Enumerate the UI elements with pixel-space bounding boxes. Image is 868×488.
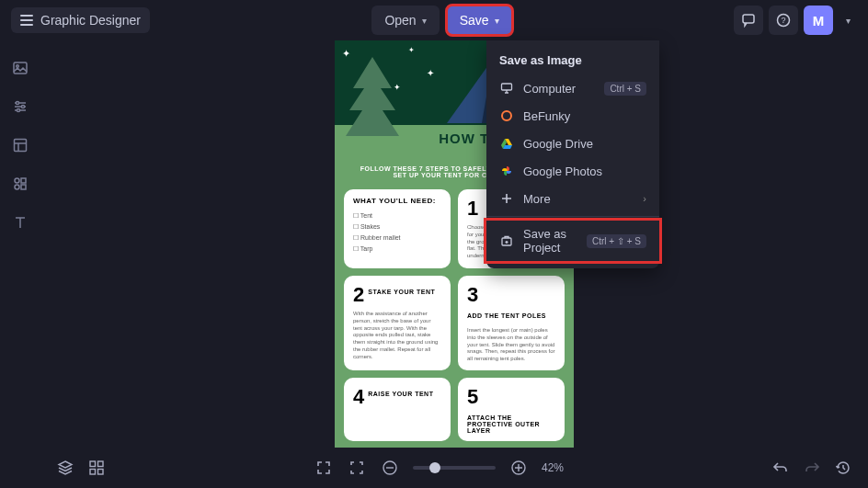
save-befunky-item[interactable]: BeFunky bbox=[486, 102, 659, 130]
svg-point-17 bbox=[502, 111, 511, 120]
zoom-in-button[interactable] bbox=[508, 458, 529, 478]
grid-icon bbox=[88, 460, 105, 476]
svg-rect-25 bbox=[98, 470, 104, 475]
undo-button[interactable] bbox=[771, 458, 791, 478]
tree-icon bbox=[346, 57, 399, 136]
undo-icon bbox=[772, 460, 789, 476]
zoom-value: 42% bbox=[542, 461, 564, 474]
feedback-button[interactable] bbox=[734, 6, 763, 35]
svg-rect-12 bbox=[21, 185, 26, 189]
layout-icon bbox=[12, 137, 29, 153]
step-card: 3ADD THE TENT POLES Insert the longest (… bbox=[458, 276, 565, 370]
chevron-down-icon: ▾ bbox=[422, 16, 427, 26]
svg-rect-23 bbox=[98, 461, 104, 467]
dropdown-header: Save as Image bbox=[486, 48, 659, 74]
history-icon bbox=[835, 460, 851, 476]
svg-point-4 bbox=[17, 65, 19, 68]
text-button[interactable] bbox=[9, 211, 31, 233]
svg-rect-16 bbox=[502, 84, 512, 90]
svg-text:?: ? bbox=[781, 16, 785, 25]
needs-list: Tent Stakes Rubber mallet Tarp bbox=[353, 210, 441, 255]
svg-rect-0 bbox=[743, 15, 754, 23]
zoom-slider[interactable] bbox=[413, 466, 496, 470]
divider bbox=[486, 216, 659, 217]
image-icon bbox=[12, 60, 29, 76]
zoom-out-button[interactable] bbox=[380, 458, 400, 478]
save-computer-item[interactable]: Computer Ctrl + S bbox=[486, 74, 659, 102]
svg-rect-3 bbox=[14, 62, 27, 74]
open-button[interactable]: Open ▾ bbox=[371, 6, 439, 35]
svg-point-9 bbox=[15, 178, 19, 183]
shortcut-badge: Ctrl + ⇧ + S bbox=[587, 234, 646, 248]
svg-marker-13 bbox=[346, 57, 399, 136]
step-card: 4RAISE YOUR TENT bbox=[344, 378, 451, 441]
redo-button[interactable] bbox=[802, 458, 822, 478]
needs-card: WHAT YOU'LL NEED: Tent Stakes Rubber mal… bbox=[344, 189, 451, 268]
history-button[interactable] bbox=[833, 458, 853, 478]
text-icon bbox=[12, 214, 29, 231]
save-gdrive-item[interactable]: Google Drive bbox=[486, 130, 659, 157]
shapes-icon bbox=[12, 176, 29, 192]
save-more-item[interactable]: More › bbox=[486, 185, 659, 212]
speech-bubble-icon bbox=[741, 13, 756, 28]
redo-icon bbox=[804, 460, 820, 476]
hamburger-icon bbox=[20, 15, 33, 26]
minus-circle-icon bbox=[382, 460, 398, 476]
svg-point-6 bbox=[21, 105, 24, 108]
fit-icon bbox=[315, 460, 332, 476]
layers-icon bbox=[57, 460, 74, 476]
actual-icon bbox=[348, 460, 365, 476]
gphotos-icon bbox=[499, 164, 514, 178]
chevron-down-icon: ▾ bbox=[846, 16, 851, 26]
svg-rect-22 bbox=[90, 461, 96, 467]
app-menu-button[interactable]: Graphic Designer bbox=[11, 7, 150, 33]
shortcut-badge: Ctrl + S bbox=[604, 82, 646, 96]
chevron-right-icon: › bbox=[643, 193, 646, 204]
save-project-item[interactable]: Save as Project Ctrl + ⇧ + S bbox=[486, 221, 659, 261]
image-manager-button[interactable] bbox=[9, 57, 31, 79]
plus-circle-icon bbox=[510, 460, 527, 476]
save-dropdown: Save as Image Computer Ctrl + S BeFunky … bbox=[486, 40, 659, 268]
svg-point-5 bbox=[16, 101, 18, 104]
project-icon bbox=[499, 233, 514, 248]
svg-point-7 bbox=[17, 108, 19, 111]
fit-screen-button[interactable] bbox=[314, 458, 334, 478]
app-name: Graphic Designer bbox=[40, 13, 141, 28]
svg-point-11 bbox=[15, 185, 19, 189]
step-card: 2STAKE YOUR TENT With the assistance of … bbox=[344, 276, 451, 370]
pages-button[interactable] bbox=[86, 458, 107, 478]
plus-icon bbox=[499, 191, 514, 206]
elements-button[interactable] bbox=[9, 173, 31, 195]
help-icon: ? bbox=[776, 13, 791, 28]
save-button[interactable]: Save ▾ bbox=[447, 6, 512, 35]
svg-rect-24 bbox=[90, 470, 96, 475]
computer-icon bbox=[499, 81, 514, 96]
layers-button[interactable] bbox=[55, 458, 75, 478]
chevron-down-icon: ▾ bbox=[495, 16, 499, 26]
account-menu-button[interactable]: ▾ bbox=[839, 6, 857, 35]
step-card: 5ATTACH THE PROTECTIVE OUTER LAYER bbox=[458, 378, 565, 441]
slider-thumb[interactable] bbox=[429, 462, 440, 473]
actual-size-button[interactable] bbox=[347, 458, 367, 478]
sliders-icon bbox=[12, 98, 29, 115]
help-button[interactable]: ? bbox=[769, 6, 798, 35]
templates-button[interactable] bbox=[9, 134, 31, 156]
svg-rect-8 bbox=[15, 140, 27, 152]
befunky-icon bbox=[499, 108, 514, 123]
gdrive-icon bbox=[499, 136, 514, 151]
avatar[interactable]: M bbox=[804, 6, 833, 35]
save-gphotos-item[interactable]: Google Photos bbox=[486, 157, 659, 185]
adjustments-button[interactable] bbox=[9, 96, 31, 118]
svg-rect-10 bbox=[21, 178, 26, 183]
